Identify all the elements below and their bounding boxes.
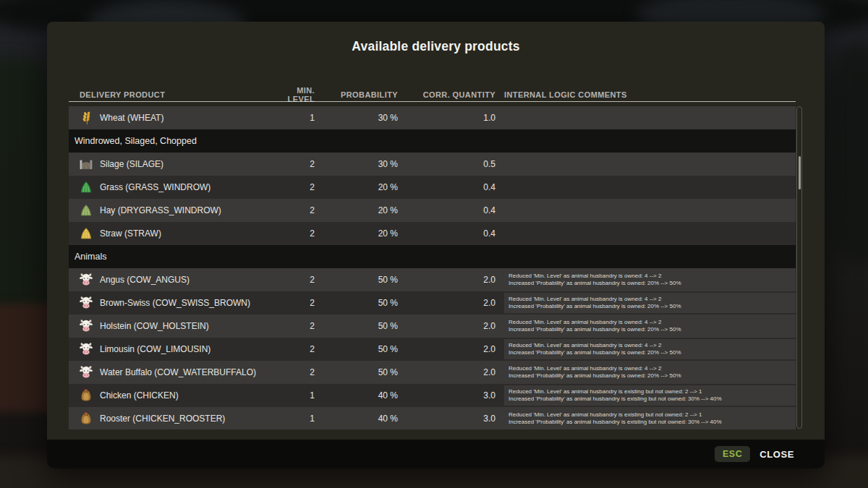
wheat-icon — [79, 111, 93, 125]
table-row[interactable]: Water Buffalo (COW_WATERBUFFALO)250 %2.0… — [69, 361, 796, 384]
column-header-delivery-product: DELIVERY PRODUCT — [69, 90, 275, 99]
table-row[interactable]: Holstein (COW_HOLSTEIN)250 %2.0Reduced '… — [69, 314, 796, 338]
min-level-value: 2 — [275, 182, 315, 192]
comment-line: Reduced 'Min. Level' as animal husbandry… — [509, 411, 791, 419]
corr-quantity-value: 2.0 — [398, 275, 495, 285]
table-row[interactable]: Grass (GRASS_WINDROW)220 %0.4 — [69, 176, 796, 199]
close-button[interactable]: CLOSE — [760, 449, 794, 460]
product-name: Silage (SILAGE) — [100, 159, 163, 169]
probability-value: 30 % — [315, 113, 398, 123]
min-level-value: 1 — [275, 414, 315, 424]
scrollbar-track[interactable] — [796, 106, 802, 429]
product-name: Grass (GRASS_WINDROW) — [100, 182, 210, 192]
comment-line: Reduced 'Min. Level' as animal husbandry… — [509, 296, 791, 303]
product-list: Wheat (WHEAT)130 %1.0Windrowed, Silaged,… — [69, 106, 796, 429]
comment-line: Reduced 'Min. Level' as animal husbandry… — [509, 342, 791, 349]
product-cell: Silage (SILAGE) — [69, 157, 275, 171]
comment-line: Increased 'Probability' as animal husban… — [509, 303, 791, 310]
comment-line: Increased 'Probability' as animal husban… — [509, 326, 791, 333]
logic-comments — [504, 223, 796, 244]
probability-value: 30 % — [315, 159, 398, 169]
corr-quantity-value: 3.0 — [398, 390, 495, 401]
probability-value: 50 % — [315, 344, 398, 354]
product-name: Chicken (CHICKEN) — [100, 390, 179, 401]
min-level-value: 2 — [275, 275, 315, 285]
logic-comments — [504, 108, 796, 128]
probability-value: 20 % — [315, 228, 398, 239]
logic-comments: Reduced 'Min. Level' as animal husbandry… — [504, 293, 796, 313]
logic-comments: Reduced 'Min. Level' as animal husbandry… — [504, 362, 796, 382]
product-name: Wheat (WHEAT) — [100, 113, 163, 123]
logic-comments: Reduced 'Min. Level' as animal husbandry… — [504, 270, 796, 290]
table-row[interactable]: Chicken (CHICKEN)140 %3.0Reduced 'Min. L… — [69, 384, 796, 407]
comment-line: Reduced 'Min. Level' as animal husbandry… — [509, 273, 791, 280]
product-cell: Straw (STRAW) — [69, 226, 275, 241]
probability-value: 50 % — [315, 321, 398, 331]
chicken-icon — [79, 388, 93, 403]
chicken-icon — [79, 411, 93, 426]
probability-value: 50 % — [315, 298, 398, 308]
table-row[interactable]: Limousin (COW_LIMOUSIN)250 %2.0Reduced '… — [69, 338, 796, 361]
comment-line: Reduced 'Min. Level' as animal husbandry… — [509, 319, 791, 326]
min-level-value: 2 — [275, 321, 315, 331]
corr-quantity-value: 0.5 — [398, 159, 495, 169]
logic-comments — [504, 177, 796, 197]
product-cell: Limousin (COW_LIMOUSIN) — [69, 342, 275, 356]
section-label: Windrowed, Silaged, Chopped — [75, 136, 197, 146]
cow-icon — [79, 296, 93, 310]
page-title: Available delivery products — [47, 22, 825, 54]
min-level-value: 2 — [275, 159, 315, 169]
column-header-corr-quantity: CORR. QUANTITY — [398, 90, 495, 99]
table-row[interactable]: Brown-Swiss (COW_SWISS_BROWN)250 %2.0Red… — [69, 291, 796, 314]
footer-bar: ESC CLOSE — [47, 440, 825, 468]
product-cell: Brown-Swiss (COW_SWISS_BROWN) — [69, 296, 275, 310]
table-row[interactable]: Hay (DRYGRASS_WINDROW)220 %0.4 — [69, 199, 796, 222]
logic-comments: Reduced 'Min. Level' as animal husbandry… — [504, 408, 796, 429]
probability-value: 40 % — [315, 414, 398, 424]
product-name: Hay (DRYGRASS_WINDROW) — [100, 205, 221, 215]
product-name: Holstein (COW_HOLSTEIN) — [100, 321, 209, 331]
min-level-value: 1 — [275, 113, 315, 123]
dialog-panel: Available delivery products DELIVERY PRO… — [47, 22, 825, 440]
table-row[interactable]: Angus (COW_ANGUS)250 %2.0Reduced 'Min. L… — [69, 268, 796, 291]
min-level-value: 2 — [275, 228, 315, 239]
product-cell: Water Buffalo (COW_WATERBUFFALO) — [69, 365, 275, 380]
probability-value: 20 % — [315, 182, 398, 192]
corr-quantity-value: 3.0 — [398, 414, 495, 424]
scrollbar-thumb[interactable] — [799, 156, 801, 189]
product-name: Limousin (COW_LIMOUSIN) — [100, 344, 210, 354]
section-label: Animals — [75, 252, 106, 262]
min-level-value: 2 — [275, 205, 315, 215]
corr-quantity-value: 0.4 — [398, 182, 495, 192]
logic-comments — [504, 200, 796, 221]
esc-button[interactable]: ESC — [715, 446, 750, 462]
cow-icon — [79, 342, 93, 356]
product-cell: Rooster (CHICKEN_ROOSTER) — [69, 411, 275, 426]
comment-line: Reduced 'Min. Level' as animal husbandry… — [509, 388, 791, 395]
product-cell: Hay (DRYGRASS_WINDROW) — [69, 203, 275, 218]
comment-line: Increased 'Probability' as animal husban… — [509, 280, 791, 287]
comment-line: Reduced 'Min. Level' as animal husbandry… — [509, 365, 791, 372]
corr-quantity-value: 2.0 — [398, 344, 495, 354]
corr-quantity-value: 1.0 — [398, 113, 495, 123]
probability-value: 50 % — [315, 275, 398, 285]
min-level-value: 1 — [275, 390, 315, 401]
comment-line: Increased 'Probability' as animal husban… — [509, 395, 791, 403]
probability-value: 40 % — [315, 390, 398, 401]
corr-quantity-value: 0.4 — [398, 205, 495, 215]
product-name: Brown-Swiss (COW_SWISS_BROWN) — [100, 298, 250, 308]
delivery-products-dialog: Available delivery products DELIVERY PRO… — [47, 22, 825, 468]
logic-comments: Reduced 'Min. Level' as animal husbandry… — [504, 316, 796, 336]
table-row[interactable]: Silage (SILAGE)230 %0.5 — [69, 153, 796, 176]
logic-comments: Reduced 'Min. Level' as animal husbandry… — [504, 339, 796, 359]
table-row[interactable]: Rooster (CHICKEN_ROOSTER)140 %3.0Reduced… — [69, 407, 796, 429]
table-row[interactable]: Wheat (WHEAT)130 %1.0 — [69, 106, 796, 129]
product-cell: Grass (GRASS_WINDROW) — [69, 180, 275, 194]
table-row[interactable]: Straw (STRAW)220 %0.4 — [69, 222, 796, 245]
cow-icon — [79, 319, 93, 333]
corr-quantity-value: 0.4 — [398, 228, 495, 239]
product-name: Rooster (CHICKEN_ROOSTER) — [100, 414, 225, 424]
header-divider — [69, 101, 796, 102]
hay-icon — [79, 203, 93, 218]
product-name: Angus (COW_ANGUS) — [100, 275, 190, 285]
